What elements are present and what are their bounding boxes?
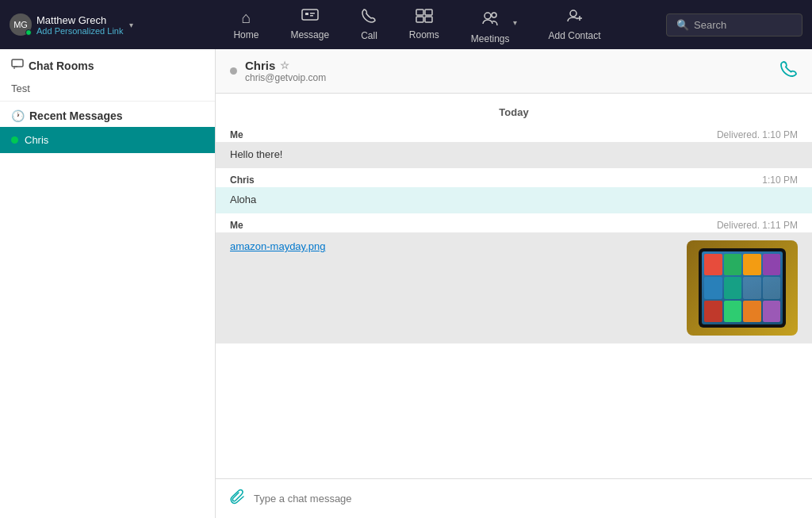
svg-rect-7	[425, 17, 432, 22]
svg-point-9	[492, 13, 496, 17]
call-icon	[361, 8, 377, 28]
sidebar: Chat Rooms Test 🕐 Recent Messages Chris	[0, 49, 216, 518]
svg-point-10	[570, 10, 576, 17]
tablet-mock	[699, 248, 786, 328]
contact-status-dot	[230, 67, 237, 75]
attachment-preview	[687, 240, 798, 336]
nav-home[interactable]: ⌂ Home	[217, 2, 274, 47]
svg-point-8	[485, 13, 491, 19]
chat-message-input[interactable]	[254, 493, 798, 505]
message-3-sender: Me	[230, 220, 243, 231]
nav-meetings[interactable]: Meetings ▾	[455, 0, 533, 51]
user-menu-chevron: ▾	[129, 21, 133, 29]
user-name: Matthew Grech	[36, 14, 123, 26]
chat-messages: Today Me Delivered. 1:10 PM Hello there!…	[216, 94, 812, 478]
favorite-star-icon[interactable]: ☆	[280, 59, 289, 71]
search-placeholder: Search	[694, 19, 726, 31]
nav-meetings-label: Meetings	[471, 33, 510, 44]
chat-area: Chris ☆ chris@getvoip.com Today Me Deliv…	[216, 49, 812, 518]
svg-rect-5	[425, 10, 432, 15]
recent-messages-label: Recent Messages	[29, 109, 123, 122]
meetings-chevron: ▾	[513, 18, 517, 27]
room-test-label: Test	[11, 82, 30, 94]
nav-message[interactable]: Message	[274, 2, 345, 47]
chat-rooms-icon	[11, 59, 24, 73]
message-1-text: Hello there!	[216, 142, 812, 168]
message-1-sender: Me	[230, 129, 243, 140]
add-contact-icon	[566, 8, 584, 28]
message-1-meta: Me Delivered. 1:10 PM	[216, 125, 812, 142]
message-3-time: Delivered. 1:11 PM	[717, 220, 798, 231]
message-2-time: 1:10 PM	[762, 175, 798, 186]
nav-add-contact-label: Add Contact	[549, 30, 601, 41]
chat-input-area	[216, 478, 812, 518]
search-icon: 🔍	[676, 19, 689, 31]
message-3-meta: Me Delivered. 1:11 PM	[216, 215, 812, 232]
avatar: MG	[10, 13, 32, 36]
room-test[interactable]: Test	[0, 79, 215, 101]
date-divider: Today	[216, 94, 812, 125]
svg-rect-4	[416, 10, 423, 15]
search-box[interactable]: 🔍 Search	[666, 13, 802, 36]
user-menu[interactable]: MG Matthew Grech Add Personalized Link ▾	[10, 13, 168, 36]
rooms-icon	[416, 9, 433, 27]
chat-rooms-section: Chat Rooms	[0, 49, 215, 79]
svg-rect-1	[305, 13, 308, 15]
contact-online-dot	[11, 136, 18, 144]
nav-call-label: Call	[361, 30, 377, 41]
nav-home-label: Home	[233, 29, 259, 40]
add-personalized-link[interactable]: Add Personalized Link	[36, 26, 123, 36]
svg-rect-0	[302, 10, 318, 20]
nav-items: ⌂ Home Message Call Rooms	[168, 0, 666, 51]
message-2-text: Aloha	[216, 187, 812, 213]
recent-messages-icon: 🕐	[11, 109, 25, 122]
attach-icon[interactable]	[230, 489, 246, 508]
message-2-meta: Chris 1:10 PM	[216, 170, 812, 187]
contact-chris[interactable]: Chris	[0, 127, 215, 153]
message-2-sender: Chris	[230, 175, 255, 186]
chat-contact-email: chris@getvoip.com	[245, 72, 326, 83]
svg-rect-6	[416, 17, 423, 22]
meetings-icon	[481, 11, 499, 31]
svg-rect-13	[12, 59, 23, 67]
call-contact-button[interactable]	[779, 59, 798, 83]
nav-rooms[interactable]: Rooms	[393, 2, 455, 47]
message-1: Me Delivered. 1:10 PM Hello there!	[216, 125, 812, 170]
svg-rect-3	[310, 15, 313, 17]
svg-rect-2	[310, 13, 315, 14]
message-2: Chris 1:10 PM Aloha	[216, 170, 812, 215]
message-3-attachment: amazon-mayday.png	[216, 232, 812, 343]
recent-messages-section: 🕐 Recent Messages	[0, 101, 215, 127]
message-3: Me Delivered. 1:11 PM amazon-mayday.png	[216, 215, 812, 345]
main-layout: Chat Rooms Test 🕐 Recent Messages Chris …	[0, 49, 812, 518]
nav-message-label: Message	[290, 29, 329, 40]
chat-contact-name: Chris ☆	[245, 59, 326, 72]
online-status-dot	[25, 29, 32, 36]
message-icon	[301, 9, 319, 27]
nav-rooms-label: Rooms	[409, 29, 439, 40]
attachment-link[interactable]: amazon-mayday.png	[230, 240, 325, 252]
chat-header: Chris ☆ chris@getvoip.com	[216, 49, 812, 94]
home-icon: ⌂	[241, 9, 251, 27]
top-nav: MG Matthew Grech Add Personalized Link ▾…	[0, 0, 812, 49]
message-1-time: Delivered. 1:10 PM	[717, 129, 798, 140]
tablet-screen	[702, 251, 783, 324]
nav-call[interactable]: Call	[345, 2, 393, 48]
chat-rooms-label: Chat Rooms	[29, 59, 94, 72]
nav-add-contact[interactable]: Add Contact	[533, 2, 617, 48]
contact-name: Chris	[25, 134, 48, 146]
